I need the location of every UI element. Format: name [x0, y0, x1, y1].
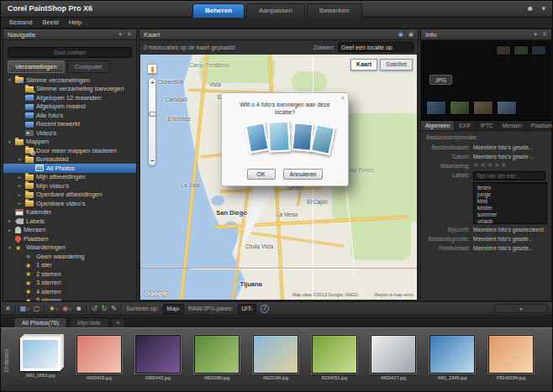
collapse-tray-button[interactable]: ▾ [494, 304, 548, 313]
preview-mini-thumb[interactable] [426, 101, 446, 115]
tray-thumbnail[interactable]: IMG_0663.jpg [13, 332, 67, 380]
tree-expander-icon[interactable]: ▾ [8, 245, 15, 250]
tray-thumbnail[interactable]: 4820380.jpg [190, 332, 244, 380]
tree-expander-icon[interactable]: ▸ [8, 227, 15, 233]
map-pin-icon[interactable]: ◉ [62, 302, 68, 315]
tag-item[interactable]: junge [477, 191, 543, 198]
nav-tree-item[interactable]: Afgelopen 12 maanden [3, 93, 136, 102]
rating-stars[interactable]: ★★★★★ [473, 162, 548, 170]
rotate-left-icon[interactable]: ↺ [92, 302, 97, 315]
thumbnail-view-icon[interactable]: ▦ [20, 302, 27, 315]
nav-tree-item[interactable]: ▸ Mensen [3, 226, 136, 235]
chevron-down-icon[interactable]: ▾ [69, 306, 71, 311]
nav-tree-item[interactable]: Plaatsen [3, 234, 136, 243]
menu-beeld[interactable]: Beeld [38, 18, 64, 28]
tag-item[interactable]: kind [477, 198, 543, 205]
remove-location-pin-icon[interactable]: ◉ [408, 31, 413, 38]
panel-close-icon[interactable]: ✕ [542, 31, 547, 38]
preview-mini-thumb[interactable] [531, 45, 546, 55]
nav-tree-item[interactable]: Afgelopen maand [3, 102, 136, 112]
nav-tree-item[interactable]: ▾ Mappen [3, 138, 136, 147]
preview-mini-thumb[interactable] [473, 101, 493, 115]
ok-button[interactable]: OK [247, 169, 276, 180]
tab-verzamelingen[interactable]: Verzamelingen [8, 60, 65, 73]
nav-tree-item[interactable]: 1 ster [3, 261, 136, 270]
tab-iptc[interactable]: IPTC [477, 121, 498, 130]
tab-bewerken[interactable]: Bewerken [307, 3, 362, 18]
preview-mini-thumb[interactable] [496, 45, 511, 55]
add-tray-button[interactable]: + [111, 318, 125, 327]
pegman-control[interactable] [147, 64, 157, 74]
nav-tree-item[interactable]: 2 sterren [3, 269, 136, 279]
zoom-in-button[interactable]: + [149, 79, 156, 86]
nav-tree-item[interactable]: ▸ Openbare afbeeldingen [3, 191, 136, 200]
nav-tree-item[interactable]: 3 sterren [3, 279, 136, 288]
tray-thumbnail[interactable]: IMG_2345.jpg [425, 332, 479, 380]
map-type-kaart-button[interactable]: Kaart [350, 59, 377, 71]
nav-tree-item[interactable]: ▸ Mijn video's [3, 181, 136, 191]
nav-tree-item[interactable]: ▾ Bureaublad [3, 155, 136, 165]
labels-input[interactable] [473, 171, 545, 180]
menu-help[interactable]: Help [64, 18, 87, 28]
nav-tree-item[interactable]: ▾ Slimme verzamelingen [3, 76, 136, 85]
star-rating-icon[interactable]: ★ [49, 302, 55, 315]
preview-mini-thumb[interactable] [450, 101, 470, 115]
rotate-right-icon[interactable]: ↻ [102, 302, 108, 315]
tree-expander-icon[interactable]: ▸ [18, 175, 25, 180]
sort-by-dropdown[interactable]: Map ▾ [163, 304, 184, 314]
chevron-down-icon[interactable]: ▾ [56, 306, 59, 311]
panel-collapse-icon[interactable]: ▾ [119, 31, 123, 38]
nav-tree-item[interactable]: 4 sterren [3, 287, 136, 296]
nav-tree-item[interactable]: Video's [3, 128, 136, 138]
cancel-button[interactable]: Annuleren [283, 169, 324, 180]
add-location-pin-icon[interactable]: ◉ [398, 31, 403, 38]
report-map-error-link[interactable]: Report a map error [375, 292, 413, 297]
nav-tree-item[interactable]: ▸ Labels [3, 217, 136, 226]
account-icon[interactable]: ☻ [526, 4, 534, 13]
tree-expander-icon[interactable]: ▸ [18, 192, 25, 197]
edit-icon[interactable]: ✎ [111, 302, 117, 315]
preview-mini-thumb[interactable] [497, 101, 517, 115]
raw-jpg-dropdown[interactable]: UIT ▾ [238, 304, 257, 314]
tray-tab-mijn-lade[interactable]: Mijn lade [69, 317, 109, 327]
info-icon[interactable]: i [261, 305, 269, 313]
nav-tree-item[interactable]: ▾ Waarderingen [3, 243, 136, 253]
tray-thumbnail[interactable]: 4930415.jpg [72, 332, 126, 380]
nav-tree-item[interactable]: All Photos [3, 164, 136, 173]
nav-tree-item[interactable]: Kalender [3, 208, 136, 217]
dialog-close-icon[interactable]: × [340, 94, 345, 102]
workspace-menu-icon[interactable]: ▾ [541, 4, 545, 13]
tray-thumbnail[interactable]: 4620166.jpg [249, 332, 303, 380]
tag-item[interactable]: kinder [477, 205, 543, 212]
tab-computer[interactable]: Computer [67, 60, 110, 73]
zoom-out-button[interactable]: − [149, 157, 156, 165]
nav-tree-item[interactable]: Slimme verzameling toevoegen [3, 85, 136, 94]
nav-tree-item[interactable]: ▸ Openbare video's [3, 199, 136, 208]
tag-item[interactable]: sommer [477, 212, 543, 218]
tab-algemeen[interactable]: Algemeen [421, 121, 455, 130]
tag-list[interactable]: ferien junge kind kinder sommer urlaub [473, 182, 547, 224]
panel-close-icon[interactable]: ✕ [127, 31, 132, 38]
preview-mode-icon[interactable]: ▢ [34, 302, 40, 315]
tab-aanpassen[interactable]: Aanpassen [246, 3, 305, 18]
tray-thumbnail[interactable]: 0660442.jpg [131, 332, 185, 380]
tag-item[interactable]: ferien [477, 185, 543, 191]
tree-expander-icon[interactable]: ▾ [8, 139, 15, 144]
tree-expander-icon[interactable]: ▸ [18, 201, 25, 206]
tree-expander-icon[interactable]: ▾ [8, 77, 15, 82]
nav-tree-item[interactable]: Door meer mappen bladeren [3, 146, 136, 155]
map-type-satelliet-button[interactable]: Satelliet [380, 59, 413, 71]
tab-exif[interactable]: EXIF [455, 121, 476, 130]
chevron-down-icon[interactable]: ▾ [27, 306, 29, 311]
preview-mini-thumb[interactable] [514, 45, 529, 55]
zoom-slider[interactable]: + − [148, 77, 156, 166]
tab-plaatsen[interactable]: Plaatsen [527, 121, 553, 130]
tag-item[interactable]: urlaub [477, 218, 543, 224]
tree-expander-icon[interactable]: ▸ [8, 218, 15, 223]
tray-thumbnail[interactable]: 8234051.jpg [308, 332, 361, 380]
tree-expander-icon[interactable]: ▸ [18, 183, 25, 188]
tray-thumbnail[interactable]: P8140034.jpg [484, 332, 538, 380]
quick-search-input[interactable] [8, 47, 132, 58]
nav-tree-item[interactable]: Alle foto's [3, 111, 136, 120]
map-canvas[interactable]: Camp Pendleton Oceanside Vista Carlsbad … [140, 55, 417, 300]
